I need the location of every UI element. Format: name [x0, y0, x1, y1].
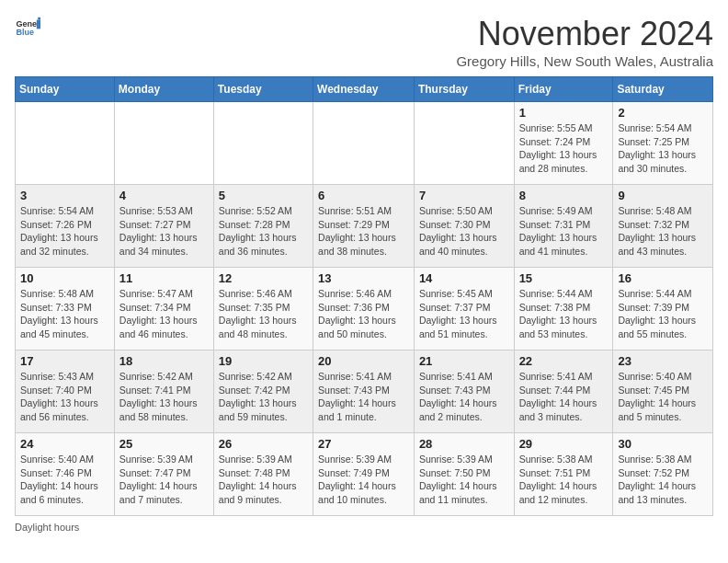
location-subtitle: Gregory Hills, New South Wales, Australi…	[456, 53, 713, 69]
day-number: 9	[618, 189, 708, 202]
calendar-cell	[213, 102, 313, 185]
day-number: 20	[318, 354, 409, 368]
calendar-week-5: 24Sunrise: 5:40 AM Sunset: 7:46 PM Dayli…	[16, 433, 713, 516]
calendar-cell	[414, 102, 514, 185]
day-info: Sunrise: 5:38 AM Sunset: 7:52 PM Dayligh…	[618, 453, 708, 507]
svg-marker-2	[37, 20, 40, 29]
weekday-header-thursday: Thursday	[414, 77, 514, 102]
calendar-cell	[313, 102, 415, 185]
calendar-cell: 8Sunrise: 5:49 AM Sunset: 7:31 PM Daylig…	[514, 185, 613, 268]
calendar-header: SundayMondayTuesdayWednesdayThursdayFrid…	[16, 77, 713, 102]
weekday-header-wednesday: Wednesday	[313, 77, 415, 102]
calendar-cell: 5Sunrise: 5:52 AM Sunset: 7:28 PM Daylig…	[213, 185, 313, 268]
day-number: 15	[519, 271, 609, 285]
calendar-cell: 9Sunrise: 5:48 AM Sunset: 7:32 PM Daylig…	[613, 185, 713, 268]
day-number: 25	[119, 437, 209, 451]
day-number: 10	[20, 271, 109, 285]
day-number: 3	[20, 189, 109, 202]
weekday-header-saturday: Saturday	[613, 77, 713, 102]
svg-text:Blue: Blue	[16, 28, 34, 37]
day-number: 21	[419, 354, 509, 368]
day-number: 4	[119, 189, 209, 202]
daylight-hours-label: Daylight hours	[15, 522, 79, 533]
day-info: Sunrise: 5:40 AM Sunset: 7:46 PM Dayligh…	[20, 453, 109, 507]
calendar-cell: 28Sunrise: 5:39 AM Sunset: 7:50 PM Dayli…	[414, 433, 514, 516]
day-number: 5	[219, 189, 308, 202]
calendar-cell: 26Sunrise: 5:39 AM Sunset: 7:48 PM Dayli…	[213, 433, 313, 516]
day-number: 11	[119, 271, 209, 285]
day-info: Sunrise: 5:55 AM Sunset: 7:24 PM Dayligh…	[519, 121, 609, 176]
calendar-cell: 25Sunrise: 5:39 AM Sunset: 7:47 PM Dayli…	[114, 433, 213, 516]
day-info: Sunrise: 5:46 AM Sunset: 7:36 PM Dayligh…	[318, 287, 409, 341]
day-info: Sunrise: 5:42 AM Sunset: 7:41 PM Dayligh…	[119, 370, 209, 424]
day-info: Sunrise: 5:40 AM Sunset: 7:45 PM Dayligh…	[618, 370, 708, 424]
calendar-cell: 14Sunrise: 5:45 AM Sunset: 7:37 PM Dayli…	[414, 268, 514, 350]
calendar-table: SundayMondayTuesdayWednesdayThursdayFrid…	[15, 76, 713, 516]
day-number: 6	[318, 189, 409, 202]
day-number: 8	[519, 189, 609, 202]
day-info: Sunrise: 5:41 AM Sunset: 7:43 PM Dayligh…	[318, 370, 409, 424]
weekday-header-monday: Monday	[114, 77, 213, 102]
day-number: 7	[419, 189, 509, 202]
calendar-cell: 27Sunrise: 5:39 AM Sunset: 7:49 PM Dayli…	[313, 433, 415, 516]
day-info: Sunrise: 5:49 AM Sunset: 7:31 PM Dayligh…	[519, 204, 609, 259]
calendar-cell: 4Sunrise: 5:53 AM Sunset: 7:27 PM Daylig…	[114, 185, 213, 268]
calendar-cell: 13Sunrise: 5:46 AM Sunset: 7:36 PM Dayli…	[313, 268, 415, 350]
day-number: 29	[519, 437, 609, 451]
weekday-header-friday: Friday	[514, 77, 613, 102]
day-number: 30	[618, 437, 708, 451]
footer-note: Daylight hours	[15, 522, 713, 533]
day-number: 18	[119, 354, 209, 368]
day-info: Sunrise: 5:50 AM Sunset: 7:30 PM Dayligh…	[419, 204, 509, 259]
calendar-cell: 15Sunrise: 5:44 AM Sunset: 7:38 PM Dayli…	[514, 268, 613, 350]
page-header: General Blue November 2024 Gregory Hills…	[15, 15, 713, 69]
day-info: Sunrise: 5:53 AM Sunset: 7:27 PM Dayligh…	[119, 204, 209, 259]
calendar-cell: 10Sunrise: 5:48 AM Sunset: 7:33 PM Dayli…	[16, 268, 115, 350]
calendar-cell: 2Sunrise: 5:54 AM Sunset: 7:25 PM Daylig…	[613, 102, 713, 185]
calendar-cell: 11Sunrise: 5:47 AM Sunset: 7:34 PM Dayli…	[114, 268, 213, 350]
day-number: 22	[519, 354, 609, 368]
day-info: Sunrise: 5:39 AM Sunset: 7:50 PM Dayligh…	[419, 453, 509, 507]
calendar-cell: 16Sunrise: 5:44 AM Sunset: 7:39 PM Dayli…	[613, 268, 713, 350]
calendar-week-3: 10Sunrise: 5:48 AM Sunset: 7:33 PM Dayli…	[16, 268, 713, 350]
month-title: November 2024	[456, 15, 713, 53]
day-number: 1	[519, 106, 609, 120]
logo-icon: General Blue	[15, 15, 40, 40]
calendar-cell: 24Sunrise: 5:40 AM Sunset: 7:46 PM Dayli…	[16, 433, 115, 516]
day-info: Sunrise: 5:39 AM Sunset: 7:49 PM Dayligh…	[318, 453, 409, 507]
day-info: Sunrise: 5:51 AM Sunset: 7:29 PM Dayligh…	[318, 204, 409, 259]
day-info: Sunrise: 5:45 AM Sunset: 7:37 PM Dayligh…	[419, 287, 509, 341]
day-number: 12	[219, 271, 308, 285]
day-number: 2	[618, 106, 708, 120]
calendar-week-4: 17Sunrise: 5:43 AM Sunset: 7:40 PM Dayli…	[16, 350, 713, 433]
calendar-cell: 17Sunrise: 5:43 AM Sunset: 7:40 PM Dayli…	[16, 350, 115, 433]
day-number: 27	[318, 437, 409, 451]
calendar-cell: 22Sunrise: 5:41 AM Sunset: 7:44 PM Dayli…	[514, 350, 613, 433]
svg-marker-3	[38, 17, 40, 20]
day-info: Sunrise: 5:43 AM Sunset: 7:40 PM Dayligh…	[20, 370, 109, 424]
day-number: 26	[219, 437, 308, 451]
day-info: Sunrise: 5:46 AM Sunset: 7:35 PM Dayligh…	[219, 287, 308, 341]
title-area: November 2024 Gregory Hills, New South W…	[456, 15, 713, 69]
day-info: Sunrise: 5:44 AM Sunset: 7:39 PM Dayligh…	[618, 287, 708, 341]
calendar-cell: 20Sunrise: 5:41 AM Sunset: 7:43 PM Dayli…	[313, 350, 415, 433]
day-info: Sunrise: 5:38 AM Sunset: 7:51 PM Dayligh…	[519, 453, 609, 507]
day-info: Sunrise: 5:48 AM Sunset: 7:32 PM Dayligh…	[618, 204, 708, 259]
day-info: Sunrise: 5:52 AM Sunset: 7:28 PM Dayligh…	[219, 204, 308, 259]
day-info: Sunrise: 5:47 AM Sunset: 7:34 PM Dayligh…	[119, 287, 209, 341]
day-number: 23	[618, 354, 708, 368]
calendar-cell	[114, 102, 213, 185]
day-info: Sunrise: 5:39 AM Sunset: 7:48 PM Dayligh…	[219, 453, 308, 507]
day-info: Sunrise: 5:54 AM Sunset: 7:26 PM Dayligh…	[20, 204, 109, 259]
day-number: 28	[419, 437, 509, 451]
day-info: Sunrise: 5:41 AM Sunset: 7:43 PM Dayligh…	[419, 370, 509, 424]
day-number: 19	[219, 354, 308, 368]
calendar-cell: 21Sunrise: 5:41 AM Sunset: 7:43 PM Dayli…	[414, 350, 514, 433]
day-info: Sunrise: 5:42 AM Sunset: 7:42 PM Dayligh…	[219, 370, 308, 424]
day-number: 14	[419, 271, 509, 285]
calendar-body: 1Sunrise: 5:55 AM Sunset: 7:24 PM Daylig…	[16, 102, 713, 516]
logo: General Blue	[15, 15, 40, 40]
calendar-cell: 6Sunrise: 5:51 AM Sunset: 7:29 PM Daylig…	[313, 185, 415, 268]
calendar-cell: 3Sunrise: 5:54 AM Sunset: 7:26 PM Daylig…	[16, 185, 115, 268]
calendar-cell: 12Sunrise: 5:46 AM Sunset: 7:35 PM Dayli…	[213, 268, 313, 350]
